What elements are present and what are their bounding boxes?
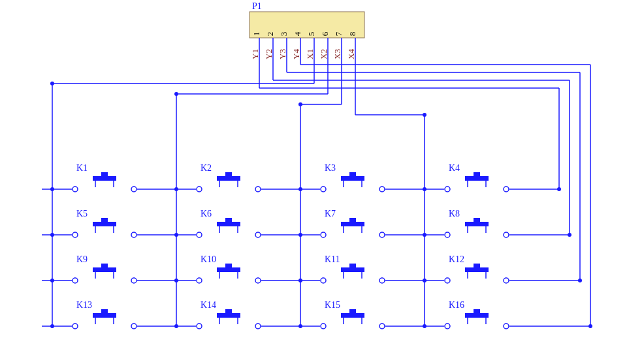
pin-number: 1 [251, 32, 261, 37]
svg-point-188 [321, 324, 326, 329]
net-label: Y4 [291, 49, 301, 59]
svg-rect-148 [101, 264, 108, 267]
pushbutton-cap [217, 176, 240, 181]
pin-number: 6 [320, 31, 330, 36]
keypad-matrix-schematic: P11Y12Y23Y34Y45X16X27X38X4K1K2K3K4K5K6K7… [0, 0, 627, 364]
net-label: Y2 [264, 49, 274, 59]
svg-point-112 [504, 187, 509, 192]
pushbutton-cap [93, 222, 116, 226]
net-label: X2 [319, 49, 329, 59]
switch-label-k11: K11 [325, 254, 340, 264]
pin-number: 3 [279, 32, 289, 37]
svg-point-175 [131, 324, 137, 329]
svg-point-77 [578, 279, 582, 282]
pin-number: 2 [265, 32, 275, 37]
svg-point-167 [445, 278, 450, 283]
svg-point-57 [557, 187, 561, 191]
svg-point-139 [445, 232, 450, 237]
svg-point-87 [588, 324, 592, 328]
svg-rect-162 [349, 264, 356, 267]
svg-rect-197 [474, 309, 480, 313]
pin-number: 7 [334, 31, 344, 36]
svg-point-201 [174, 92, 178, 96]
switch-label-k9: K9 [76, 254, 88, 264]
net-label: X4 [346, 49, 356, 59]
svg-point-203 [423, 113, 426, 117]
pin-number: 4 [293, 31, 302, 36]
svg-rect-120 [101, 218, 108, 222]
pushbutton-cap [465, 222, 489, 226]
svg-point-161 [379, 278, 385, 283]
pushbutton-cap [465, 267, 489, 272]
pin-number: 8 [347, 32, 357, 37]
switch-label-k13: K13 [76, 300, 92, 310]
svg-rect-190 [349, 309, 356, 313]
svg-point-196 [504, 324, 509, 329]
svg-rect-134 [349, 218, 356, 222]
pushbutton-cap [93, 267, 116, 272]
switch-label-k15: K15 [325, 300, 340, 310]
net-label: X3 [332, 49, 342, 59]
svg-rect-183 [225, 309, 232, 313]
svg-rect-155 [225, 264, 232, 267]
net-label: X1 [305, 49, 315, 59]
svg-rect-127 [225, 218, 232, 222]
switch-label-k8: K8 [449, 209, 460, 219]
pushbutton-cap [93, 176, 116, 181]
switch-label-k12: K12 [449, 254, 464, 264]
svg-point-97 [197, 187, 202, 192]
svg-point-147 [131, 278, 137, 283]
switch-label-k10: K10 [201, 254, 216, 264]
switch-label-k16: K16 [449, 300, 464, 310]
svg-point-126 [255, 232, 261, 237]
svg-point-200 [50, 82, 54, 85]
svg-point-181 [197, 324, 202, 329]
svg-point-104 [321, 187, 326, 192]
switch-label-k7: K7 [325, 209, 336, 219]
pushbutton-cap [217, 313, 240, 318]
switch-label-k1: K1 [76, 163, 88, 173]
svg-point-174 [72, 324, 78, 329]
pushbutton-cap [465, 176, 489, 181]
pin-number: 5 [306, 32, 316, 37]
svg-point-105 [379, 187, 385, 192]
svg-point-118 [72, 232, 78, 237]
svg-rect-92 [101, 172, 108, 176]
svg-point-132 [321, 232, 326, 237]
svg-point-67 [568, 233, 571, 237]
svg-rect-169 [474, 264, 480, 267]
svg-point-146 [72, 278, 78, 283]
svg-point-125 [197, 232, 202, 237]
svg-rect-176 [101, 309, 108, 313]
net-label: Y1 [250, 49, 260, 59]
svg-point-195 [445, 324, 450, 329]
connector-label: P1 [252, 1, 262, 11]
svg-point-111 [445, 187, 450, 192]
pushbutton-cap [341, 267, 364, 272]
svg-point-119 [131, 232, 137, 237]
svg-rect-99 [225, 172, 232, 176]
pushbutton-cap [341, 313, 364, 318]
svg-point-91 [131, 187, 137, 192]
svg-point-90 [72, 187, 78, 192]
svg-point-168 [504, 278, 509, 283]
svg-point-153 [197, 278, 202, 283]
svg-point-140 [504, 232, 509, 237]
svg-point-154 [255, 278, 261, 283]
svg-rect-106 [349, 172, 356, 176]
switch-label-k4: K4 [449, 163, 460, 173]
switch-label-k14: K14 [201, 300, 216, 310]
svg-rect-113 [474, 172, 480, 176]
pushbutton-cap [341, 222, 364, 226]
switch-label-k5: K5 [76, 209, 88, 219]
pushbutton-cap [465, 313, 489, 318]
switch-label-k6: K6 [201, 209, 212, 219]
svg-point-98 [255, 187, 261, 192]
switch-label-k3: K3 [325, 163, 336, 173]
svg-point-182 [255, 324, 261, 329]
svg-rect-141 [474, 218, 480, 222]
svg-point-202 [298, 102, 302, 106]
switch-label-k2: K2 [201, 163, 212, 173]
svg-point-133 [379, 232, 385, 237]
svg-point-189 [379, 324, 385, 329]
